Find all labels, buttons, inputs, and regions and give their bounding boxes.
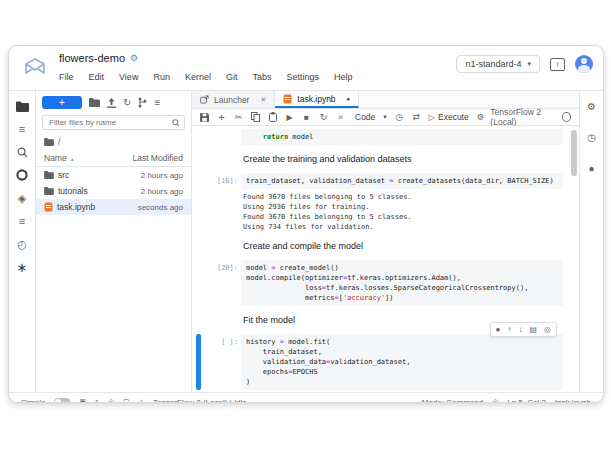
close-icon[interactable]: ✕ bbox=[260, 96, 266, 104]
stop-kernel-icon[interactable]: ■ bbox=[302, 113, 311, 122]
scrollbar-thumb[interactable] bbox=[571, 130, 577, 176]
folder-icon bbox=[44, 187, 54, 195]
move-up-icon[interactable]: ↑ bbox=[507, 325, 511, 334]
file-row-tutorials[interactable]: tutorials 2 hours ago bbox=[36, 183, 191, 199]
root-folder-icon[interactable] bbox=[44, 138, 54, 146]
gear-icon[interactable]: ⚙ bbox=[477, 112, 485, 122]
code-editor[interactable]: model = create_model()model.compile(opti… bbox=[241, 260, 563, 306]
simple-mode-toggle[interactable] bbox=[54, 398, 70, 402]
tab-task-ipynb[interactable]: task.ipynb ● bbox=[275, 91, 359, 108]
property-inspector-icon[interactable]: ⚙ bbox=[587, 101, 596, 112]
file-list-view-icon[interactable]: ≡ bbox=[154, 97, 160, 108]
file-modified: 2 hours ago bbox=[141, 187, 183, 196]
cell-collapser[interactable] bbox=[196, 334, 201, 390]
execute-button[interactable]: ▷ Execute bbox=[429, 112, 469, 122]
move-down-icon[interactable]: ↓ bbox=[518, 325, 522, 334]
paste-cells-icon[interactable] bbox=[268, 112, 277, 122]
markdown-cell[interactable]: Create the training and validation datas… bbox=[243, 154, 563, 164]
terminal-count-icon[interactable]: ▣ bbox=[79, 398, 86, 402]
cell-prompt: [16]: bbox=[204, 173, 241, 189]
code-cell: [20]:model = create_model()model.compile… bbox=[192, 260, 579, 306]
file-row-task-ipynb[interactable]: task.ipynb seconds ago bbox=[36, 199, 191, 215]
history-icon[interactable]: ◷ bbox=[587, 132, 596, 143]
code-editor[interactable]: train_dataset, validation_dataset = crea… bbox=[241, 173, 563, 189]
simple-mode-label: Simple bbox=[21, 398, 45, 403]
upload-icon[interactable] bbox=[107, 98, 116, 108]
cell-type-dropdown[interactable]: Code ▾ bbox=[355, 112, 387, 122]
new-folder-icon[interactable] bbox=[89, 98, 100, 107]
file-row-src[interactable]: src 2 hours ago bbox=[36, 167, 191, 183]
machine-type-dropdown[interactable]: n1-standard-4 ▾ bbox=[456, 55, 540, 73]
kernel-busy-icon: ◎ bbox=[492, 398, 498, 402]
git-icon[interactable] bbox=[14, 168, 30, 182]
menu-settings[interactable]: Settings bbox=[286, 72, 319, 82]
compare-icon[interactable]: ⇄ bbox=[412, 112, 421, 122]
scheduler-icon[interactable]: ◴ bbox=[14, 237, 30, 251]
add-cell-icon[interactable]: + bbox=[217, 111, 226, 123]
code-editor[interactable]: history = model.fit( train_dataset, vali… bbox=[241, 334, 563, 390]
left-sidebar-strip: ≡ ◈ ≡ ◴ ∗ bbox=[9, 91, 36, 392]
kernel-status-icon[interactable] bbox=[562, 112, 571, 122]
cell-output: Found 3670 files belonging to 5 classes.… bbox=[238, 192, 563, 232]
run-cell-icon[interactable]: ▶ bbox=[285, 113, 294, 122]
menu-help[interactable]: Help bbox=[334, 72, 353, 82]
menu-view[interactable]: View bbox=[119, 72, 138, 82]
execution-history-icon[interactable]: ◷ bbox=[395, 112, 404, 122]
table-of-contents-icon[interactable]: ≡ bbox=[14, 214, 30, 228]
chevron-down-icon: ▾ bbox=[527, 60, 531, 68]
chevron-down-icon: ▾ bbox=[383, 113, 387, 121]
cloud-storage-icon[interactable]: ◈ bbox=[14, 191, 30, 205]
menu-file[interactable]: File bbox=[59, 72, 74, 82]
warning-icon[interactable]: △ bbox=[139, 398, 144, 402]
notebook-settings-gear-icon[interactable]: ⚙ bbox=[130, 53, 138, 63]
cell-type-label: Code bbox=[355, 112, 375, 122]
cursor-position[interactable]: Ln 5, Col 3 bbox=[507, 398, 546, 403]
git-clone-icon[interactable] bbox=[138, 97, 147, 108]
code-editor[interactable]: return model bbox=[241, 129, 563, 145]
restart-kernel-icon[interactable]: ↻ bbox=[319, 112, 328, 122]
notebook-area: Launcher ✕ task.ipynb ● + ✂ bbox=[192, 91, 579, 392]
new-launcher-button[interactable]: + bbox=[42, 96, 82, 109]
cell-collapser[interactable] bbox=[196, 260, 201, 306]
scrollbar[interactable] bbox=[571, 130, 577, 388]
page-title: flowers-demo bbox=[59, 52, 125, 64]
running-kernels-icon[interactable]: ≡ bbox=[14, 122, 30, 136]
menu-kernel[interactable]: Kernel bbox=[185, 72, 211, 82]
cell-prompt bbox=[204, 131, 241, 145]
insert-cell-icon[interactable]: ▤ bbox=[529, 325, 537, 334]
file-name: tutorials bbox=[58, 186, 88, 196]
filter-files-input[interactable] bbox=[47, 117, 172, 128]
save-icon[interactable] bbox=[200, 113, 209, 122]
refresh-icon[interactable]: ↻ bbox=[123, 97, 131, 108]
column-name[interactable]: Name bbox=[44, 153, 67, 163]
find-icon[interactable]: ◎ bbox=[544, 325, 551, 334]
search-icon[interactable] bbox=[14, 145, 30, 159]
menu-run[interactable]: Run bbox=[153, 72, 170, 82]
menu-tabs[interactable]: Tabs bbox=[252, 72, 271, 82]
debugger-icon[interactable]: ● bbox=[588, 163, 594, 174]
kernel-name[interactable]: TensorFlow 2 (Local) bbox=[490, 107, 556, 127]
column-last-modified[interactable]: Last Modified bbox=[132, 153, 183, 163]
tab-launcher[interactable]: Launcher ✕ bbox=[192, 91, 275, 108]
copy-cells-icon[interactable] bbox=[251, 112, 260, 122]
restart-run-all-icon[interactable]: » bbox=[336, 112, 345, 122]
code-cell: return model bbox=[192, 131, 579, 145]
menu-icon[interactable]: ● bbox=[496, 325, 501, 334]
main-area: ≡ ◈ ≡ ◴ ∗ + ↻ bbox=[9, 91, 603, 392]
kernel-status-label[interactable]: TensorFlow 2 (Local) | Idle bbox=[153, 398, 247, 403]
cell-collapser[interactable] bbox=[196, 173, 201, 189]
file-browser-icon[interactable] bbox=[14, 99, 30, 113]
cell-collapser[interactable] bbox=[196, 131, 201, 145]
feedback-icon[interactable]: ! bbox=[550, 58, 565, 71]
menu-git[interactable]: Git bbox=[226, 72, 238, 82]
cut-cells-icon[interactable]: ✂ bbox=[234, 112, 243, 122]
window-icon[interactable]: ▢ bbox=[123, 398, 130, 402]
unsaved-dot-icon[interactable]: ● bbox=[347, 96, 351, 102]
markdown-cell[interactable]: Create and compile the model bbox=[243, 241, 563, 251]
extension-manager-icon[interactable]: ∗ bbox=[14, 260, 30, 274]
avatar[interactable] bbox=[575, 55, 593, 73]
filter-search-icon bbox=[172, 119, 180, 127]
menu-edit[interactable]: Edit bbox=[89, 72, 105, 82]
mode-indicator[interactable]: Mode: Command bbox=[422, 398, 483, 403]
breadcrumb[interactable]: / bbox=[58, 137, 60, 147]
